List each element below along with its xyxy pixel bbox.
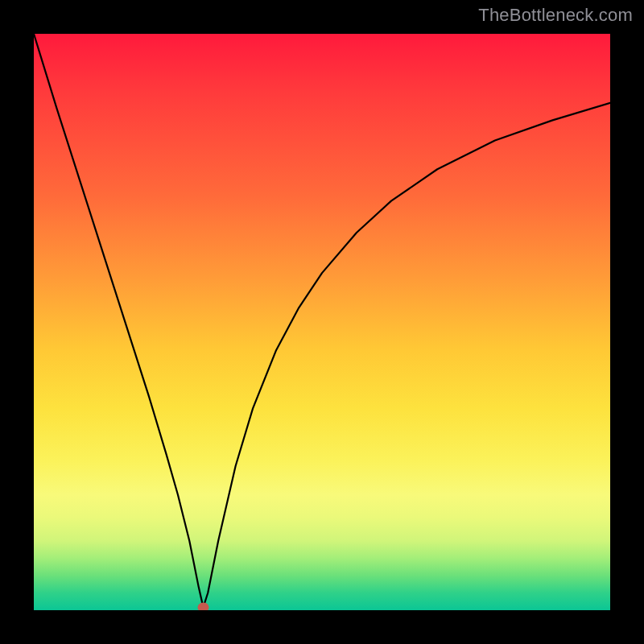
watermark-text: TheBottleneck.com [478, 5, 633, 26]
chart-frame: TheBottleneck.com [0, 0, 644, 644]
curve-svg [34, 34, 610, 610]
plot-area [34, 34, 610, 610]
minimum-marker [198, 602, 209, 610]
bottleneck-curve [34, 34, 610, 607]
